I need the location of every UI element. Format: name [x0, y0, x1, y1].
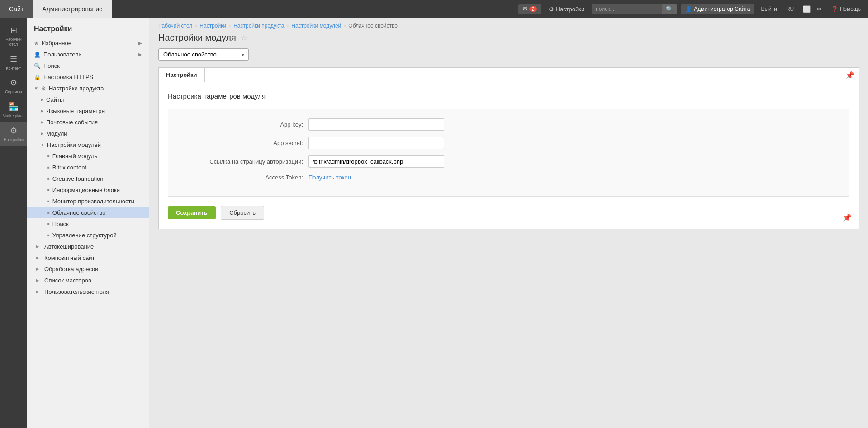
save-button[interactable]: Сохранить: [168, 206, 216, 219]
user-menu-button[interactable]: 👤 Администратор Сайта: [681, 4, 754, 14]
marketplace-icon: 🏪: [9, 102, 19, 112]
bottom-pin-icon[interactable]: 📌: [843, 213, 852, 222]
auth-link-input[interactable]: [308, 155, 444, 168]
module-select-wrap: Облачное свойство: [158, 48, 249, 61]
sidebar-icon-services-label: Сервисы: [5, 89, 22, 94]
admin-tab[interactable]: Администрирование: [33, 0, 112, 18]
nav-sub-item-mail[interactable]: ▶ Почтовые события: [27, 117, 149, 128]
bullet-bitrix-content: ■: [47, 165, 50, 169]
breadcrumb-sep-1: ›: [195, 23, 197, 29]
sidebar-icon-settings[interactable]: ⚙ Настройки: [0, 122, 27, 146]
nav-sub-sub-cloud-property[interactable]: ■ Облачное свойство: [27, 207, 149, 218]
bullet-module-settings: ▼: [41, 143, 44, 147]
nav-item-search[interactable]: 🔍 Поиск: [27, 60, 149, 71]
header-settings-button[interactable]: ⚙ Настройки: [545, 4, 588, 14]
sidebar-icon-services[interactable]: ⚙ Сервисы: [0, 74, 27, 98]
bullet-mail: ▶: [41, 120, 43, 124]
app-secret-input[interactable]: [308, 137, 444, 149]
bullet-structure: ■: [47, 233, 50, 237]
breadcrumb-sep-3: ›: [287, 23, 289, 29]
nav-sub-sub-main-module[interactable]: ■ Главный модуль: [27, 151, 149, 162]
content-area: Рабочий стол › Настройки › Настройки про…: [149, 18, 868, 428]
breadcrumb-desktop[interactable]: Рабочий стол: [158, 23, 192, 29]
bullet-sites: ▶: [41, 98, 43, 102]
users-icon: 👤: [34, 52, 41, 58]
bullet-composite: ▶: [36, 256, 39, 260]
get-token-link[interactable]: Получить токен: [308, 174, 351, 181]
reset-button[interactable]: Сбросить: [221, 206, 264, 220]
logout-button[interactable]: Выйти: [758, 4, 780, 14]
search-button[interactable]: 🔍: [662, 4, 677, 14]
nav-sub-sub-bitrix-content[interactable]: ■ Bitrix content: [27, 162, 149, 173]
pencil-icon-button[interactable]: ✏: [814, 4, 825, 14]
nav-item-autocache[interactable]: ▶ Автокеширование: [27, 241, 149, 252]
nav-item-masters[interactable]: ▶ Список мастеров: [27, 275, 149, 286]
services-icon: ⚙: [10, 78, 17, 88]
nav-sub-sub-perf-monitor[interactable]: ■ Монитор производительности: [27, 196, 149, 207]
settings-panel-title: Настройка параметров модуля: [168, 92, 849, 100]
sidebar-icon-marketplace[interactable]: 🏪 Marketplace: [0, 98, 27, 122]
nav-item-address[interactable]: ▶ Обработка адресов: [27, 263, 149, 275]
bullet-lang: ▶: [41, 109, 43, 113]
tab-pin-icon[interactable]: 📌: [845, 71, 854, 80]
breadcrumb-product-settings[interactable]: Настройки продукта: [233, 23, 284, 29]
nav-sub-item-modules[interactable]: ▶ Модули: [27, 128, 149, 139]
sidebar-icon-desktop[interactable]: ⊞ Рабочийстол: [0, 22, 27, 51]
nav-sub-sub-structure-mgmt[interactable]: ■ Управление структурой: [27, 230, 149, 241]
nav-item-favorites[interactable]: ★ Избранное ▶: [27, 38, 149, 49]
nav-sub-sub-search[interactable]: ■ Поиск: [27, 218, 149, 230]
nav-item-user-fields[interactable]: ▶ Пользовательские поля: [27, 286, 149, 297]
tab-bar: Настройки 📌: [158, 67, 859, 83]
nav-sub-item-lang[interactable]: ▶ Языковые параметры: [27, 105, 149, 117]
nav-sub-item-sites[interactable]: ▶ Сайты: [27, 94, 149, 105]
settings-sidebar-icon: ⚙: [10, 126, 17, 136]
nav-sidebar: Настройки ★ Избранное ▶ 👤 Пользователи ▶…: [27, 18, 149, 428]
sidebar-icon-content-label: Контент: [6, 66, 21, 71]
notifications-button[interactable]: ✉ 2: [518, 4, 541, 14]
breadcrumb-sep-4: ›: [344, 23, 346, 29]
bullet-perf-monitor: ■: [47, 199, 50, 203]
language-button[interactable]: RU: [783, 4, 797, 14]
screen-icon-button[interactable]: ⬜: [800, 4, 813, 14]
arrow-icon-users: ▶: [138, 52, 142, 57]
breadcrumb-module-settings[interactable]: Настройки модулей: [291, 23, 341, 29]
bullet-autocache: ▶: [36, 245, 39, 249]
bullet-creative-foundation: ■: [47, 177, 50, 181]
sidebar-icon-marketplace-label: Marketplace: [2, 113, 24, 118]
help-button[interactable]: ❓ Помощь: [829, 4, 863, 14]
bullet-main-module: ■: [47, 154, 50, 158]
module-select[interactable]: Облачное свойство: [158, 48, 249, 61]
tab-settings[interactable]: Настройки: [159, 68, 205, 83]
sidebar-icon-settings-label: Настройки: [4, 137, 24, 142]
site-tab[interactable]: Сайт: [0, 0, 33, 18]
nav-item-users[interactable]: 👤 Пользователи ▶: [27, 49, 149, 60]
user-icon: 👤: [685, 6, 692, 12]
module-selector: Облачное свойство: [158, 48, 859, 61]
page-title: Настройки модуля: [158, 33, 236, 43]
nav-sub-item-module-settings[interactable]: ▼ Настройки модулей: [27, 139, 149, 151]
bullet-search: ■: [47, 222, 50, 226]
arrow-icon-favorites: ▶: [138, 41, 142, 46]
product-settings-icon: ⚙: [41, 85, 46, 92]
search-input[interactable]: [592, 4, 664, 14]
message-icon: ✉: [523, 6, 527, 12]
icon-sidebar: ⊞ Рабочийстол ☰ Контент ⚙ Сервисы 🏪 Mark…: [0, 18, 27, 428]
favorite-star-icon[interactable]: ☆: [241, 33, 247, 42]
nav-item-product-settings[interactable]: ▼ ⚙ Настройки продукта: [27, 83, 149, 94]
nav-sub-sub-creative-foundation[interactable]: ■ Creative foundation: [27, 173, 149, 184]
bullet-cloud-property: ■: [47, 211, 50, 215]
app-key-input[interactable]: [308, 118, 444, 131]
app-secret-label: App secret:: [182, 140, 308, 146]
nav-sub-sub-info-blocks[interactable]: ■ Информационные блоки: [27, 184, 149, 196]
nav-item-composite[interactable]: ▶ Композитный сайт: [27, 252, 149, 263]
header-actions: ✉ 2 ⚙ Настройки 🔍 👤 Администратор Сайта …: [518, 4, 868, 14]
nav-item-https[interactable]: 🔒 Настройка HTTPS: [27, 71, 149, 83]
sidebar-icon-content[interactable]: ☰ Контент: [0, 51, 27, 75]
breadcrumb-settings[interactable]: Настройки: [199, 23, 226, 29]
sidebar-icon-desktop-label: Рабочийстол: [5, 37, 21, 47]
top-header: Сайт Администрирование ✉ 2 ⚙ Настройки 🔍…: [0, 0, 868, 18]
bullet-modules: ▶: [41, 132, 43, 136]
tab-panel-wrapper: Настройки 📌 Настройка параметров модуля …: [158, 67, 859, 229]
app-key-label: App key:: [182, 121, 308, 128]
bullet-info-blocks: ■: [47, 188, 50, 192]
